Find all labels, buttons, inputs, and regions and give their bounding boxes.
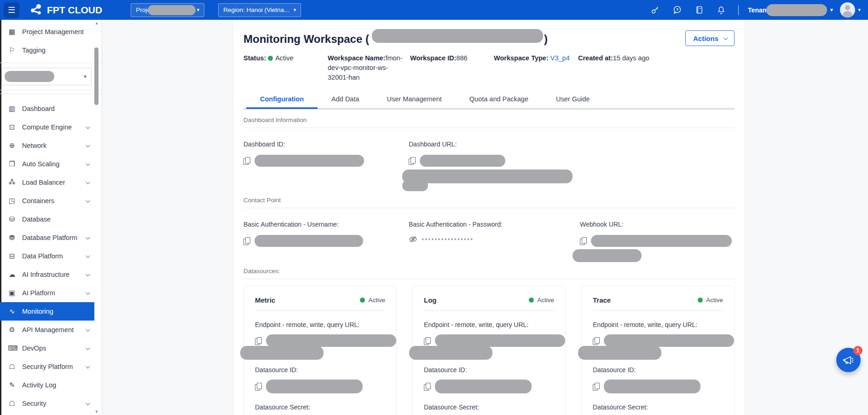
topbar-divider (738, 5, 739, 15)
sidebar-item-auto-scaling[interactable]: ❐Auto Scaling (0, 155, 94, 173)
sidebar-item-api-management[interactable]: ⚙API Management (0, 321, 94, 339)
datasource-name: Log (424, 296, 437, 304)
shield-check-icon: ☖ (8, 399, 16, 408)
nodes-icon: ⁂ (8, 178, 16, 187)
sidebar-item-ai-platform[interactable]: ▣AI Platform (0, 284, 94, 302)
tenant-selector[interactable]: Tenant ▾ (748, 4, 833, 16)
actions-button[interactable]: Actions (685, 30, 735, 46)
scrollbar-thumb[interactable] (94, 47, 98, 105)
topbar-icons: ? (650, 5, 726, 15)
tag-icon: ⚐ (8, 46, 16, 54)
copy-icon[interactable] (424, 382, 431, 391)
sidebar-item-label: Network (22, 142, 46, 149)
copy-icon[interactable] (255, 337, 262, 345)
sidebar-item-label: DevOps (22, 345, 46, 352)
divider (243, 208, 735, 208)
chip-icon: ▣ (8, 289, 16, 297)
workspace-type: Workspace Type: V3_p4 (494, 53, 578, 82)
caret-down-icon[interactable]: ▾ (858, 7, 861, 13)
help-icon[interactable]: ? (672, 5, 682, 15)
workspace-id: Workspace ID:886 (410, 53, 494, 82)
docs-icon[interactable] (694, 5, 704, 15)
sidebar-item-load-balancer[interactable]: ⁂Load Balancer (0, 173, 94, 192)
datasource-id-label: Datasource ID: (424, 366, 554, 374)
workspace-type-link[interactable]: V3_p4 (550, 54, 570, 62)
datasource-secret-label: Datasource Secret: (424, 403, 554, 411)
section-title-dashboard-information: Dashboard Information (243, 117, 735, 123)
tenant-label: Tenant (748, 6, 769, 14)
sidebar-item-activity-log[interactable]: ✎Activity Log (0, 376, 94, 394)
sidebar-item-data-platform[interactable]: ⊟Data Platform (0, 247, 94, 265)
sidebar-item-security-platform[interactable]: ☖Security Platform (0, 357, 94, 376)
chevron-down-icon (86, 143, 90, 147)
sidebar-item-label: API Management (22, 326, 74, 333)
sidebar-item-tagging[interactable]: ⚐Tagging (0, 41, 94, 59)
redacted-webhook-url (573, 249, 642, 262)
sidebar-item-ai-infrastructure[interactable]: ☁AI Infrastructure (0, 265, 94, 284)
key-icon[interactable] (650, 5, 660, 15)
sidebar-item-database-platform[interactable]: ⛃Database Platform (0, 228, 94, 247)
tab-quota-and-package[interactable]: Quota and Package (456, 91, 542, 109)
shield-icon: ☖ (8, 362, 16, 371)
hamburger-menu-button[interactable]: ☰ (4, 2, 19, 18)
copy-icon[interactable] (593, 337, 600, 345)
notifications-icon[interactable] (716, 5, 726, 15)
copy-icon[interactable] (424, 337, 431, 345)
bar-chart-icon: ▥ (8, 105, 16, 113)
datasource-name: Trace (593, 296, 611, 304)
divider (0, 90, 102, 90)
scrollbar-up-arrow-icon[interactable]: ▲ (94, 21, 99, 25)
sidebar-item-monitoring[interactable]: ∿Monitoring (0, 302, 94, 321)
project-selector[interactable]: Projec ▾ (131, 3, 204, 17)
copy-icon[interactable] (409, 157, 416, 165)
workspace-card: Monitoring Workspace () Actions Status:A… (233, 20, 745, 415)
caret-down-icon: ▾ (84, 73, 87, 80)
dashboard-url-field: Dashboard URL: (409, 134, 735, 191)
sidebar-item-project-management[interactable]: ▦Project Management (0, 23, 94, 41)
sidebar-menu: ▥Dashboard⊡Compute Engine⊕Network❐Auto S… (0, 99, 102, 413)
sidebar-item-label: Tagging (22, 47, 46, 54)
redacted-endpoint-url (435, 334, 565, 347)
dashboard-id-field: Dashboard ID: (243, 134, 409, 191)
sidebar-item-security[interactable]: ☖Security (0, 394, 94, 413)
chevron-down-icon (86, 235, 90, 240)
sidebar-item-database[interactable]: ⛁Database (0, 210, 94, 228)
sidebar-item-containers[interactable]: ◳Containers (0, 192, 94, 210)
terminal-icon: ⌨ (8, 344, 16, 352)
copy-icon[interactable] (243, 237, 250, 245)
redacted-endpoint-url (266, 334, 396, 347)
sidebar-item-compute-engine[interactable]: ⊡Compute Engine (0, 118, 94, 136)
sidebar-scope-select[interactable]: ▾ (1, 68, 92, 85)
sidebar-item-label: Security Platform (22, 363, 73, 370)
brand-logo[interactable]: FPT CLOUD (29, 3, 102, 17)
scrollbar-down-arrow-icon[interactable]: ▼ (94, 409, 99, 414)
tab-bar: ConfigurationAdd DataUser ManagementQuot… (243, 91, 735, 109)
avatar[interactable] (840, 2, 855, 18)
tab-user-guide[interactable]: User Guide (542, 91, 603, 109)
chevron-down-icon (86, 161, 90, 166)
megaphone-icon (843, 354, 855, 366)
sidebar-item-label: AI Infrastructure (22, 271, 69, 278)
copy-icon[interactable] (593, 382, 600, 391)
chevron-down-icon (86, 180, 90, 184)
sidebar-item-devops[interactable]: ⌨DevOps (0, 339, 94, 357)
region-selector[interactable]: Region: Hanoi (Vietna... ▾ (218, 3, 301, 17)
status-dot-icon (529, 298, 534, 303)
copy-icon[interactable] (243, 157, 250, 165)
tab-configuration[interactable]: Configuration (246, 91, 318, 109)
sidebar-item-dashboard[interactable]: ▥Dashboard (0, 99, 94, 118)
copy-icon[interactable] (255, 382, 262, 391)
tab-user-management[interactable]: User Management (373, 91, 456, 109)
endpoint-url-label: Endpoint - remote, write, query URL: (593, 321, 723, 328)
datasource-card-log: Log Active Endpoint - remote, write, que… (412, 286, 566, 415)
datasource-name: Metric (255, 296, 275, 304)
endpoint-url-label: Endpoint - remote, write, query URL: (255, 321, 385, 328)
chevron-down-icon (86, 364, 90, 368)
region-selector-label: Region: Hanoi (Vietna... (223, 6, 289, 13)
eye-off-icon[interactable] (409, 235, 417, 244)
announcements-button[interactable]: 1 (836, 348, 861, 372)
divider (0, 94, 102, 94)
sidebar-item-network[interactable]: ⊕Network (0, 136, 94, 155)
tab-add-data[interactable]: Add Data (318, 91, 373, 109)
copy-icon[interactable] (580, 237, 587, 245)
